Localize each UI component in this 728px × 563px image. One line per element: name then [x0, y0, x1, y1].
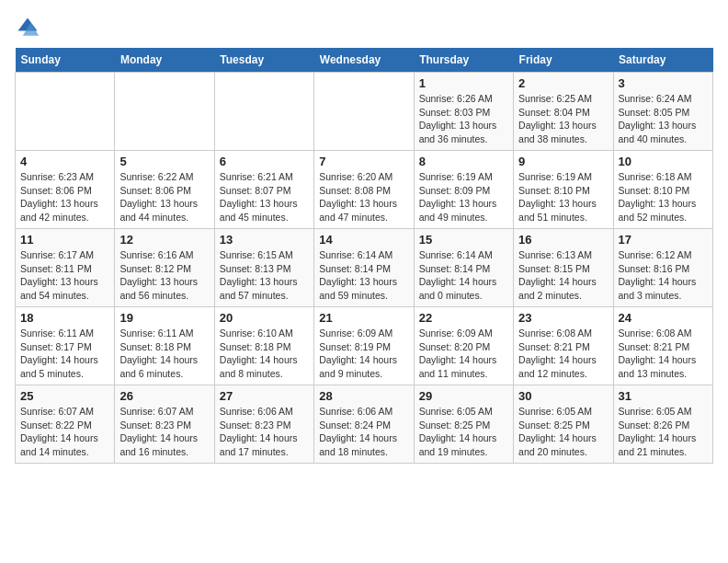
- calendar-cell: 30Sunrise: 6:05 AM Sunset: 8:25 PM Dayli…: [514, 385, 613, 464]
- day-info: Sunrise: 6:06 AM Sunset: 8:24 PM Dayligh…: [319, 405, 408, 459]
- day-info: Sunrise: 6:07 AM Sunset: 8:23 PM Dayligh…: [119, 405, 209, 459]
- day-info: Sunrise: 6:08 AM Sunset: 8:21 PM Dayligh…: [619, 327, 708, 381]
- day-info: Sunrise: 6:14 AM Sunset: 8:14 PM Dayligh…: [419, 248, 508, 303]
- calendar-cell: 20Sunrise: 6:10 AM Sunset: 8:18 PM Dayli…: [214, 307, 313, 385]
- day-number: 30: [518, 389, 608, 403]
- day-number: 29: [419, 389, 508, 403]
- calendar-cell: [314, 73, 414, 151]
- calendar-cell: 1Sunrise: 6:26 AM Sunset: 8:03 PM Daylig…: [414, 73, 513, 151]
- calendar-cell: 8Sunrise: 6:19 AM Sunset: 8:09 PM Daylig…: [414, 151, 513, 229]
- day-info: Sunrise: 6:17 AM Sunset: 8:11 PM Dayligh…: [20, 248, 109, 303]
- day-info: Sunrise: 6:11 AM Sunset: 8:18 PM Dayligh…: [119, 327, 209, 381]
- day-number: 12: [119, 233, 209, 247]
- day-number: 21: [319, 311, 408, 325]
- day-info: Sunrise: 6:19 AM Sunset: 8:09 PM Dayligh…: [419, 170, 508, 224]
- day-number: 5: [119, 155, 209, 168]
- day-number: 9: [518, 155, 608, 168]
- calendar-cell: [16, 73, 115, 151]
- day-info: Sunrise: 6:14 AM Sunset: 8:14 PM Dayligh…: [319, 248, 408, 303]
- day-info: Sunrise: 6:09 AM Sunset: 8:19 PM Dayligh…: [319, 327, 408, 381]
- day-number: 10: [619, 155, 708, 168]
- calendar-cell: 28Sunrise: 6:06 AM Sunset: 8:24 PM Dayli…: [314, 385, 414, 464]
- calendar-cell: 22Sunrise: 6:09 AM Sunset: 8:20 PM Dayli…: [414, 307, 513, 385]
- calendar-week-row: 1Sunrise: 6:26 AM Sunset: 8:03 PM Daylig…: [16, 73, 713, 151]
- day-number: 3: [619, 76, 708, 90]
- day-number: 18: [20, 311, 109, 325]
- page-header: [15, 15, 713, 40]
- day-header: Saturday: [613, 48, 712, 73]
- day-number: 25: [20, 389, 109, 403]
- calendar-table: SundayMondayTuesdayWednesdayThursdayFrid…: [15, 48, 713, 464]
- calendar-cell: 11Sunrise: 6:17 AM Sunset: 8:11 PM Dayli…: [16, 229, 115, 307]
- day-info: Sunrise: 6:18 AM Sunset: 8:10 PM Dayligh…: [619, 170, 708, 224]
- day-number: 20: [220, 311, 309, 325]
- calendar-cell: 19Sunrise: 6:11 AM Sunset: 8:18 PM Dayli…: [115, 307, 214, 385]
- day-header: Sunday: [16, 48, 115, 73]
- day-info: Sunrise: 6:05 AM Sunset: 8:25 PM Dayligh…: [518, 405, 608, 459]
- day-info: Sunrise: 6:12 AM Sunset: 8:16 PM Dayligh…: [619, 248, 708, 303]
- calendar-cell: 4Sunrise: 6:23 AM Sunset: 8:06 PM Daylig…: [16, 151, 115, 229]
- day-info: Sunrise: 6:21 AM Sunset: 8:07 PM Dayligh…: [220, 170, 309, 224]
- day-number: 4: [20, 155, 109, 168]
- calendar-week-row: 25Sunrise: 6:07 AM Sunset: 8:22 PM Dayli…: [16, 385, 713, 464]
- day-number: 23: [518, 311, 608, 325]
- day-number: 22: [419, 311, 508, 325]
- day-header: Friday: [514, 48, 613, 73]
- calendar-cell: 18Sunrise: 6:11 AM Sunset: 8:17 PM Dayli…: [16, 307, 115, 385]
- day-number: 17: [619, 233, 708, 247]
- calendar-cell: 9Sunrise: 6:19 AM Sunset: 8:10 PM Daylig…: [514, 151, 613, 229]
- day-number: 27: [220, 389, 309, 403]
- calendar-cell: 26Sunrise: 6:07 AM Sunset: 8:23 PM Dayli…: [115, 385, 214, 464]
- day-info: Sunrise: 6:05 AM Sunset: 8:25 PM Dayligh…: [419, 405, 508, 459]
- day-number: 15: [419, 233, 508, 247]
- day-header: Thursday: [414, 48, 513, 73]
- day-info: Sunrise: 6:10 AM Sunset: 8:18 PM Dayligh…: [220, 327, 309, 381]
- calendar-cell: 3Sunrise: 6:24 AM Sunset: 8:05 PM Daylig…: [613, 73, 712, 151]
- calendar-cell: 5Sunrise: 6:22 AM Sunset: 8:06 PM Daylig…: [115, 151, 214, 229]
- calendar-cell: 17Sunrise: 6:12 AM Sunset: 8:16 PM Dayli…: [613, 229, 712, 307]
- calendar-header-row: SundayMondayTuesdayWednesdayThursdayFrid…: [16, 48, 713, 73]
- day-number: 2: [518, 76, 608, 90]
- calendar-cell: 31Sunrise: 6:05 AM Sunset: 8:26 PM Dayli…: [613, 385, 712, 464]
- day-info: Sunrise: 6:26 AM Sunset: 8:03 PM Dayligh…: [419, 92, 508, 146]
- day-number: 24: [619, 311, 708, 325]
- day-info: Sunrise: 6:08 AM Sunset: 8:21 PM Dayligh…: [518, 327, 608, 381]
- calendar-cell: [214, 73, 313, 151]
- day-number: 19: [119, 311, 209, 325]
- logo: [15, 15, 44, 40]
- calendar-cell: 2Sunrise: 6:25 AM Sunset: 8:04 PM Daylig…: [514, 73, 613, 151]
- day-info: Sunrise: 6:20 AM Sunset: 8:08 PM Dayligh…: [319, 170, 408, 224]
- day-info: Sunrise: 6:23 AM Sunset: 8:06 PM Dayligh…: [20, 170, 109, 224]
- calendar-cell: [115, 73, 214, 151]
- calendar-cell: 16Sunrise: 6:13 AM Sunset: 8:15 PM Dayli…: [514, 229, 613, 307]
- day-number: 26: [119, 389, 209, 403]
- day-header: Wednesday: [314, 48, 414, 73]
- calendar-cell: 23Sunrise: 6:08 AM Sunset: 8:21 PM Dayli…: [514, 307, 613, 385]
- calendar-cell: 24Sunrise: 6:08 AM Sunset: 8:21 PM Dayli…: [613, 307, 712, 385]
- calendar-week-row: 4Sunrise: 6:23 AM Sunset: 8:06 PM Daylig…: [16, 151, 713, 229]
- calendar-cell: 25Sunrise: 6:07 AM Sunset: 8:22 PM Dayli…: [16, 385, 115, 464]
- day-info: Sunrise: 6:16 AM Sunset: 8:12 PM Dayligh…: [119, 248, 209, 303]
- day-number: 7: [319, 155, 408, 168]
- day-number: 16: [518, 233, 608, 247]
- day-info: Sunrise: 6:09 AM Sunset: 8:20 PM Dayligh…: [419, 327, 508, 381]
- calendar-cell: 7Sunrise: 6:20 AM Sunset: 8:08 PM Daylig…: [314, 151, 414, 229]
- day-info: Sunrise: 6:13 AM Sunset: 8:15 PM Dayligh…: [518, 248, 608, 303]
- logo-icon: [15, 15, 40, 40]
- calendar-week-row: 11Sunrise: 6:17 AM Sunset: 8:11 PM Dayli…: [16, 229, 713, 307]
- day-number: 28: [319, 389, 408, 403]
- calendar-cell: 21Sunrise: 6:09 AM Sunset: 8:19 PM Dayli…: [314, 307, 414, 385]
- calendar-cell: 29Sunrise: 6:05 AM Sunset: 8:25 PM Dayli…: [414, 385, 513, 464]
- day-number: 6: [220, 155, 309, 168]
- day-info: Sunrise: 6:22 AM Sunset: 8:06 PM Dayligh…: [119, 170, 209, 224]
- day-info: Sunrise: 6:11 AM Sunset: 8:17 PM Dayligh…: [20, 327, 109, 381]
- day-info: Sunrise: 6:24 AM Sunset: 8:05 PM Dayligh…: [619, 92, 708, 146]
- day-info: Sunrise: 6:07 AM Sunset: 8:22 PM Dayligh…: [20, 405, 109, 459]
- day-info: Sunrise: 6:05 AM Sunset: 8:26 PM Dayligh…: [619, 405, 708, 459]
- day-info: Sunrise: 6:06 AM Sunset: 8:23 PM Dayligh…: [220, 405, 309, 459]
- calendar-cell: 12Sunrise: 6:16 AM Sunset: 8:12 PM Dayli…: [115, 229, 214, 307]
- day-info: Sunrise: 6:15 AM Sunset: 8:13 PM Dayligh…: [220, 248, 309, 303]
- day-number: 13: [220, 233, 309, 247]
- calendar-cell: 15Sunrise: 6:14 AM Sunset: 8:14 PM Dayli…: [414, 229, 513, 307]
- calendar-cell: 6Sunrise: 6:21 AM Sunset: 8:07 PM Daylig…: [214, 151, 313, 229]
